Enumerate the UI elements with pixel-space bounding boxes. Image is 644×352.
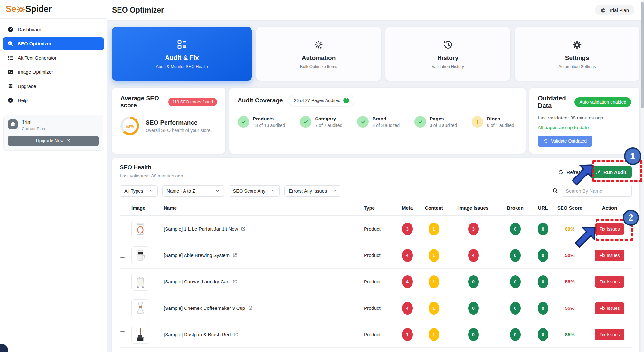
seo-score-value: 60% — [553, 226, 587, 232]
refresh-icon — [543, 139, 548, 144]
product-name-link[interactable]: [Sample] 1 L Le Parfait Jar 1lt New — [164, 226, 238, 232]
fix-issues-button[interactable]: Fix Issues — [595, 250, 624, 261]
card-subtitle: Audit & Monitor SEO Health — [156, 64, 208, 69]
external-link-icon[interactable] — [232, 253, 237, 258]
product-name-link[interactable]: [Sample] Chemex Coffeemaker 3 Cup — [164, 305, 245, 311]
table-row: [Sample] Chemex Coffeemaker 3 Cup Produc… — [120, 295, 632, 321]
card-audit-and-fix[interactable]: Audit & Fix Audit & Monitor SEO Health — [112, 27, 252, 81]
pages-audited-badge: 26 of 27 Pages Audited — [289, 95, 354, 106]
coverage-item-products: Products13 of 13 audited — [238, 116, 285, 128]
card-history[interactable]: History Validation History — [385, 27, 510, 81]
product-image — [131, 299, 149, 317]
spider-icon — [16, 5, 25, 14]
type-filter-select[interactable]: All Types — [120, 185, 158, 197]
external-link-icon[interactable] — [248, 306, 253, 310]
refresh-button[interactable]: Refresh — [558, 169, 583, 175]
select-all-checkbox[interactable] — [120, 205, 125, 210]
fix-issues-button[interactable]: Fix Issues — [595, 223, 624, 235]
sidebar-item-label: Help — [18, 98, 28, 103]
content-issues-badge: 1 — [429, 302, 439, 315]
row-checkbox[interactable] — [120, 279, 125, 284]
card-title: History — [437, 54, 458, 62]
question-icon: ? — [7, 97, 14, 103]
coverage-item-blogs: ! Blogs0 of 1 audited — [472, 116, 514, 128]
fix-issues-button[interactable]: Fix Issues — [595, 329, 624, 340]
seo-score-value: 55% — [553, 305, 587, 311]
row-checkbox[interactable] — [120, 252, 125, 258]
app-window: Se Spider Dashboard SEO Opt — [0, 0, 644, 352]
sidebar-item-dashboard[interactable]: Dashboard — [3, 23, 104, 36]
outdated-data-panel: Outdated Data Auto validation enabled La… — [529, 88, 639, 154]
product-type: Product — [364, 226, 396, 232]
sidebar-item-label: Dashboard — [18, 27, 41, 32]
sort-select[interactable]: Name - A to Z — [162, 185, 224, 197]
coverage-item-pages: Pages3 of 3 audited — [414, 116, 457, 128]
seo-search-icon — [7, 41, 14, 47]
validate-outdated-button[interactable]: Validate Outdated — [538, 136, 592, 147]
check-circle-icon — [300, 116, 311, 128]
sidebar-item-image-optimizer[interactable]: Image Optimizer — [3, 66, 104, 78]
table-row: [Sample] 1 L Le Parfait Jar 1lt New Prod… — [120, 216, 632, 242]
auto-validation-badge: Auto validation enabled — [574, 97, 631, 107]
content-issues-badge: 1 — [429, 275, 439, 288]
product-name-link[interactable]: [Sample] Canvas Laundry Cart — [164, 279, 230, 284]
sidebar-item-alt-text-generator[interactable]: Alt Text Generator — [3, 52, 104, 64]
audit-coverage-panel: Audit Coverage 26 of 27 Pages Audited Pr… — [229, 88, 526, 154]
table-row: [Sample] Dustpan & Brush Red Product 1 1… — [120, 321, 632, 348]
sidebar-item-label: Alt Text Generator — [18, 55, 57, 61]
row-checkbox[interactable] — [120, 226, 125, 231]
image-icon — [7, 69, 14, 75]
seo-score-filter-select[interactable]: SEO Score Any — [229, 185, 280, 197]
col-url: URL — [533, 205, 553, 211]
row-checkbox[interactable] — [120, 305, 125, 310]
chevron-down-icon — [215, 189, 220, 193]
fix-issues-button[interactable]: Fix Issues — [595, 302, 624, 314]
app-logo: Se Spider — [0, 0, 107, 19]
product-name-link[interactable]: [Sample] Dustpan & Brush Red — [164, 332, 231, 337]
sidebar-item-seo-optimizer[interactable]: SEO Optimizer — [3, 37, 104, 50]
url-badge: 0 — [538, 249, 548, 262]
card-settings[interactable]: Settings Automation Settings — [515, 27, 639, 81]
broken-badge: 0 — [510, 249, 521, 262]
external-link-icon[interactable] — [241, 226, 246, 231]
check-circle-icon — [238, 116, 249, 128]
external-link-icon[interactable] — [232, 279, 237, 284]
product-name-link[interactable]: [Sample] Able Brewing System — [164, 252, 230, 258]
rocket-icon — [595, 170, 601, 175]
sidebar-item-help[interactable]: ? Help — [3, 94, 104, 107]
search-input[interactable] — [562, 185, 632, 197]
broken-badge: 0 — [510, 275, 521, 288]
audit-list-icon — [176, 39, 187, 50]
card-automation[interactable]: Automation Bulk Optimize Items — [256, 27, 381, 81]
sidebar-item-label: Image Optimizer — [18, 69, 53, 75]
seo-health-table: Image Name Type Meta Content Image Issue… — [120, 205, 632, 348]
col-image-issues: Image Issues — [449, 205, 497, 211]
average-seo-score-panel: Average SEO score 119 SEO errors found 6… — [112, 88, 225, 154]
fix-issues-button[interactable]: Fix Issues — [595, 276, 624, 288]
search-icon — [552, 188, 558, 194]
image-issues-badge: 0 — [468, 328, 479, 341]
row-checkbox[interactable] — [120, 331, 125, 337]
sidebar-item-upgrade[interactable]: Upgrade — [3, 80, 104, 92]
sidebar-item-label: Upgrade — [18, 83, 36, 89]
broken-badge: 0 — [510, 223, 521, 235]
check-circle-icon — [414, 116, 426, 128]
product-type: Product — [364, 279, 396, 284]
page-content: Audit & Fix Audit & Monitor SEO Health A… — [107, 21, 644, 352]
errors-filter-select[interactable]: Errors: Any Issues — [284, 185, 341, 197]
url-badge: 0 — [538, 275, 548, 288]
logo-text-se: Se — [6, 4, 16, 14]
panel-title: Outdated Data — [538, 95, 570, 109]
col-content: Content — [419, 205, 449, 211]
url-badge: 0 — [538, 302, 548, 315]
pie-chart-icon — [601, 8, 606, 13]
scrollbar-thumb[interactable] — [641, 2, 644, 108]
image-issues-badge: 3 — [468, 223, 479, 235]
external-link-icon[interactable] — [233, 332, 238, 337]
meta-issues-badge: 4 — [402, 302, 413, 315]
check-circle-icon — [357, 116, 369, 128]
trial-plan-badge[interactable]: Trial Plan — [595, 5, 634, 15]
upgrade-now-button[interactable]: Upgrade Now — [8, 136, 99, 146]
seo-score-value: 55% — [553, 279, 587, 284]
run-audit-button[interactable]: Run Audit — [590, 166, 632, 178]
